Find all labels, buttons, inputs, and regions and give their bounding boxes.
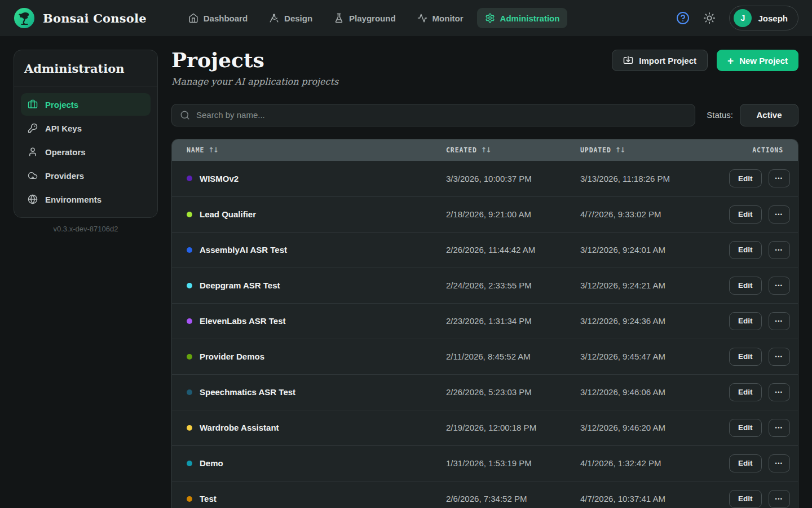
- cell-actions: Edit •••: [729, 490, 790, 508]
- edit-button[interactable]: Edit: [729, 383, 762, 401]
- table-body: WISMOv2 3/3/2026, 10:00:37 PM 3/13/2026,…: [172, 161, 798, 508]
- key-icon: [28, 123, 38, 133]
- import-project-button[interactable]: Import Project: [612, 50, 708, 71]
- status-label: Status:: [707, 110, 733, 120]
- cell-actions: Edit •••: [729, 383, 790, 401]
- briefcase-icon: [28, 99, 38, 110]
- cell-updated: 4/7/2026, 9:33:02 PM: [580, 209, 729, 219]
- gear-icon: [485, 13, 495, 23]
- sidebar-item-providers[interactable]: Providers: [21, 164, 151, 187]
- plus-icon: +: [727, 55, 734, 66]
- nav-item-design[interactable]: Design: [261, 8, 320, 28]
- sidebar: Administration Projects API Key: [14, 50, 158, 233]
- help-button[interactable]: [676, 11, 690, 25]
- activity-icon: [417, 13, 427, 23]
- status-select[interactable]: Active: [740, 104, 798, 126]
- cell-created: 2/24/2026, 2:33:55 PM: [446, 281, 580, 290]
- more-actions-button[interactable]: •••: [769, 419, 790, 437]
- ellipsis-icon: •••: [775, 354, 783, 360]
- cell-actions: Edit •••: [729, 419, 790, 437]
- edit-button[interactable]: Edit: [729, 241, 762, 259]
- cell-actions: Edit •••: [729, 454, 790, 472]
- edit-button[interactable]: Edit: [729, 348, 762, 366]
- main-content: Projects Manage your AI application proj…: [171, 50, 798, 508]
- project-color-dot: [187, 354, 192, 360]
- nav-right-cluster: J Joseph: [676, 6, 798, 30]
- more-actions-button[interactable]: •••: [769, 277, 790, 295]
- more-actions-button[interactable]: •••: [769, 169, 790, 187]
- edit-button[interactable]: Edit: [729, 312, 762, 330]
- project-color-dot: [187, 496, 192, 502]
- page-body: Administration Projects API Key: [0, 36, 812, 508]
- edit-button[interactable]: Edit: [729, 205, 762, 224]
- sidebar-list: Projects API Keys Operators: [14, 86, 157, 217]
- nav-item-monitor[interactable]: Monitor: [409, 8, 471, 28]
- sidebar-item-operators[interactable]: Operators: [21, 141, 151, 163]
- edit-button[interactable]: Edit: [729, 169, 762, 187]
- page-header: Projects Manage your AI application proj…: [171, 50, 798, 87]
- page-header-text: Projects Manage your AI application proj…: [171, 50, 338, 87]
- sidebar-item-api-keys[interactable]: API Keys: [21, 117, 151, 139]
- ellipsis-icon: •••: [775, 461, 783, 466]
- project-name: WISMOv2: [200, 174, 239, 183]
- ellipsis-icon: •••: [775, 283, 783, 288]
- cell-name: Deepgram ASR Test: [187, 281, 446, 290]
- cell-created: 3/3/2026, 10:00:37 PM: [446, 174, 580, 183]
- new-project-button[interactable]: + New Project: [717, 50, 798, 71]
- cell-updated: 3/12/2026, 9:46:06 AM: [580, 387, 729, 397]
- project-color-dot: [187, 176, 192, 181]
- filter-row: Status: Active: [171, 104, 798, 126]
- cloud-icon: [28, 170, 38, 181]
- column-header-name[interactable]: Name ↑↓: [187, 146, 446, 154]
- cell-updated: 4/1/2026, 1:32:42 PM: [580, 458, 729, 468]
- cell-name: Wardrobe Assistant: [187, 423, 446, 432]
- edit-button[interactable]: Edit: [729, 454, 762, 472]
- cell-created: 2/23/2026, 1:31:34 PM: [446, 316, 580, 326]
- cell-created: 2/26/2026, 5:23:03 PM: [446, 387, 580, 397]
- cell-actions: Edit •••: [729, 169, 790, 187]
- edit-button[interactable]: Edit: [729, 490, 762, 508]
- person-icon: [28, 147, 38, 157]
- more-actions-button[interactable]: •••: [769, 490, 790, 508]
- main-nav: Dashboard Design Playground: [180, 8, 568, 28]
- cell-name: Speechmatics ASR Test: [187, 387, 446, 397]
- sort-icon: ↑↓: [481, 146, 491, 154]
- more-actions-button[interactable]: •••: [769, 312, 790, 330]
- column-header-created[interactable]: Created ↑↓: [446, 146, 580, 154]
- cell-created: 2/11/2026, 8:45:52 AM: [446, 352, 580, 361]
- search-box[interactable]: [171, 104, 695, 126]
- bonsai-logo-icon: [14, 7, 35, 29]
- edit-button[interactable]: Edit: [729, 277, 762, 295]
- table-row: Test 2/6/2026, 7:34:52 PM 4/7/2026, 10:3…: [172, 481, 798, 508]
- nav-item-administration[interactable]: Administration: [477, 8, 568, 28]
- more-actions-button[interactable]: •••: [769, 241, 790, 259]
- project-name: AssemblyAI ASR Test: [200, 245, 287, 255]
- home-icon: [188, 13, 198, 23]
- more-actions-button[interactable]: •••: [769, 454, 790, 472]
- theme-toggle-button[interactable]: [703, 12, 716, 24]
- search-input[interactable]: [196, 110, 687, 120]
- cell-name: Demo: [187, 458, 446, 468]
- cell-actions: Edit •••: [729, 312, 790, 330]
- table-row: WISMOv2 3/3/2026, 10:00:37 PM 3/13/2026,…: [172, 161, 798, 196]
- sidebar-item-environments[interactable]: Environments: [21, 188, 151, 211]
- user-menu-button[interactable]: J Joseph: [729, 6, 798, 30]
- nav-item-playground[interactable]: Playground: [326, 8, 404, 28]
- page-title: Projects: [171, 50, 338, 71]
- project-name: ElevenLabs ASR Test: [200, 316, 286, 326]
- ellipsis-icon: •••: [775, 425, 783, 431]
- edit-button[interactable]: Edit: [729, 419, 762, 437]
- cell-updated: 3/12/2026, 9:45:47 AM: [580, 352, 729, 361]
- table-row: ElevenLabs ASR Test 2/23/2026, 1:31:34 P…: [172, 303, 798, 339]
- more-actions-button[interactable]: •••: [769, 205, 790, 224]
- project-color-dot: [187, 283, 192, 288]
- sidebar-item-projects[interactable]: Projects: [21, 93, 151, 116]
- more-actions-button[interactable]: •••: [769, 348, 790, 366]
- project-name: Demo: [200, 458, 223, 468]
- ellipsis-icon: •••: [775, 247, 783, 253]
- flask-icon: [334, 13, 344, 23]
- column-header-updated[interactable]: Updated ↑↓: [580, 146, 729, 154]
- nav-item-dashboard[interactable]: Dashboard: [180, 8, 255, 28]
- cell-name: Provider Demos: [187, 352, 446, 361]
- more-actions-button[interactable]: •••: [769, 383, 790, 401]
